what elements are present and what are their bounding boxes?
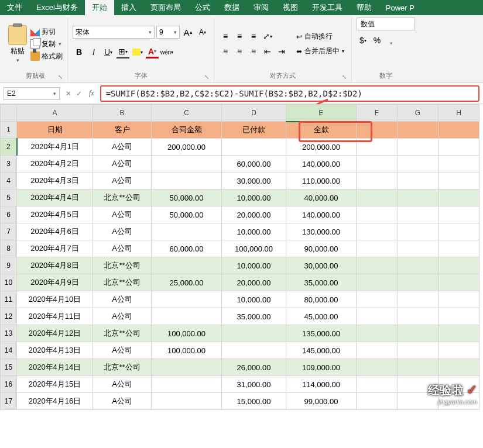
cell-F17[interactable] bbox=[357, 393, 398, 410]
cell-G8[interactable] bbox=[398, 240, 439, 257]
cell-C4[interactable] bbox=[152, 173, 222, 189]
cell-C11[interactable] bbox=[152, 291, 222, 308]
cell-A6[interactable]: 2020年4月5日 bbox=[17, 206, 93, 223]
cell-H10[interactable] bbox=[439, 274, 479, 291]
row-header-9[interactable]: 9 bbox=[1, 257, 17, 274]
cell-F14[interactable] bbox=[357, 342, 398, 359]
cell-D16[interactable]: 31,000.00 bbox=[222, 376, 286, 393]
align-bottom-button[interactable]: ≡ bbox=[247, 30, 260, 43]
cell-E14[interactable]: 145,000.00 bbox=[286, 342, 357, 359]
cell-G14[interactable] bbox=[398, 342, 439, 359]
cell-H1[interactable] bbox=[439, 122, 479, 139]
align-top-button[interactable]: ≡ bbox=[219, 30, 232, 43]
cell-G6[interactable] bbox=[398, 206, 439, 223]
cell-F3[interactable] bbox=[357, 156, 398, 173]
row-header-14[interactable]: 14 bbox=[1, 342, 17, 359]
cell-C15[interactable] bbox=[152, 359, 222, 376]
orientation-button[interactable]: ⤢▾ bbox=[261, 30, 274, 43]
cell-H2[interactable] bbox=[439, 139, 479, 156]
cell-D11[interactable]: 10,000.00 bbox=[222, 291, 286, 308]
row-header-8[interactable]: 8 bbox=[1, 240, 17, 257]
cell-B2[interactable]: A公司 bbox=[93, 139, 152, 156]
cell-C17[interactable] bbox=[152, 393, 222, 410]
cell-B15[interactable]: 北京**公司 bbox=[93, 359, 152, 376]
row-header-15[interactable]: 15 bbox=[1, 359, 17, 376]
ribbon-tab-帮助[interactable]: 帮助 bbox=[350, 0, 379, 15]
cell-D5[interactable]: 10,000.00 bbox=[222, 189, 286, 206]
expand-icon[interactable]: ⤡ bbox=[204, 74, 209, 80]
cut-button[interactable]: 剪切 bbox=[30, 27, 63, 37]
cell-E2[interactable]: 200,000.00 bbox=[286, 139, 357, 156]
cell-E1[interactable]: 全款 bbox=[286, 122, 357, 139]
column-header-C[interactable]: C bbox=[152, 105, 222, 122]
cell-A17[interactable]: 2020年4月16日 bbox=[17, 393, 93, 410]
row-header-3[interactable]: 3 bbox=[1, 156, 17, 173]
cell-G7[interactable] bbox=[398, 223, 439, 240]
cell-A11[interactable]: 2020年4月10日 bbox=[17, 291, 93, 308]
expand-icon[interactable]: ⤡ bbox=[58, 74, 63, 80]
ribbon-tab-开始[interactable]: 开始 bbox=[85, 0, 114, 15]
copy-button[interactable]: 复制▾ bbox=[30, 39, 63, 49]
align-middle-button[interactable]: ≡ bbox=[233, 30, 246, 43]
font-name-combo[interactable]: 宋体▾ bbox=[73, 26, 155, 39]
paste-button[interactable]: 粘贴 ▾ bbox=[8, 25, 27, 63]
cell-H12[interactable] bbox=[439, 308, 479, 325]
align-left-button[interactable]: ≡ bbox=[219, 45, 232, 58]
comma-button[interactable]: , bbox=[385, 34, 398, 47]
cell-A10[interactable]: 2020年4月9日 bbox=[17, 274, 93, 291]
row-header-6[interactable]: 6 bbox=[1, 206, 17, 223]
cell-E7[interactable]: 130,000.00 bbox=[286, 223, 357, 240]
cell-B1[interactable]: 客户 bbox=[93, 122, 152, 139]
ribbon-tab-数据[interactable]: 数据 bbox=[217, 0, 246, 15]
cell-A13[interactable]: 2020年4月12日 bbox=[17, 325, 93, 342]
cell-A15[interactable]: 2020年4月14日 bbox=[17, 359, 93, 376]
cell-B3[interactable]: A公司 bbox=[93, 156, 152, 173]
increase-indent-button[interactable]: ⇥ bbox=[275, 45, 288, 58]
cell-B8[interactable]: A公司 bbox=[93, 240, 152, 257]
column-header-A[interactable]: A bbox=[17, 105, 93, 122]
row-header-10[interactable]: 10 bbox=[1, 274, 17, 291]
row-header-2[interactable]: 2 bbox=[1, 139, 17, 156]
cell-F10[interactable] bbox=[357, 274, 398, 291]
row-header-13[interactable]: 13 bbox=[1, 325, 17, 342]
cell-E9[interactable]: 30,000.00 bbox=[286, 257, 357, 274]
row-header-12[interactable]: 12 bbox=[1, 308, 17, 325]
cell-F2[interactable] bbox=[357, 139, 398, 156]
cell-E15[interactable]: 109,000.00 bbox=[286, 359, 357, 376]
cell-H5[interactable] bbox=[439, 189, 479, 206]
ribbon-tab-页面布局[interactable]: 页面布局 bbox=[143, 0, 188, 15]
cell-B14[interactable]: A公司 bbox=[93, 342, 152, 359]
cell-C16[interactable] bbox=[152, 376, 222, 393]
cell-G10[interactable] bbox=[398, 274, 439, 291]
cell-B4[interactable]: A公司 bbox=[93, 173, 152, 189]
cell-A7[interactable]: 2020年4月6日 bbox=[17, 223, 93, 240]
cell-A4[interactable]: 2020年4月3日 bbox=[17, 173, 93, 189]
cell-D9[interactable]: 10,000.00 bbox=[222, 257, 286, 274]
cell-H7[interactable] bbox=[439, 223, 479, 240]
cell-B16[interactable]: A公司 bbox=[93, 376, 152, 393]
font-size-combo[interactable]: 9▾ bbox=[156, 26, 180, 39]
cell-C8[interactable]: 60,000.00 bbox=[152, 240, 222, 257]
ribbon-tab-Power P[interactable]: Power P bbox=[379, 0, 422, 15]
cell-F8[interactable] bbox=[357, 240, 398, 257]
cell-E11[interactable]: 80,000.00 bbox=[286, 291, 357, 308]
cell-G9[interactable] bbox=[398, 257, 439, 274]
cell-G4[interactable] bbox=[398, 173, 439, 189]
cell-C14[interactable]: 100,000.00 bbox=[152, 342, 222, 359]
cell-E13[interactable]: 135,000.00 bbox=[286, 325, 357, 342]
cell-B9[interactable]: 北京**公司 bbox=[93, 257, 152, 274]
cell-G15[interactable] bbox=[398, 359, 439, 376]
cell-H13[interactable] bbox=[439, 325, 479, 342]
ribbon-tab-公式[interactable]: 公式 bbox=[188, 0, 217, 15]
cell-F16[interactable] bbox=[357, 376, 398, 393]
cell-E5[interactable]: 40,000.00 bbox=[286, 189, 357, 206]
cell-H14[interactable] bbox=[439, 342, 479, 359]
ribbon-tab-审阅[interactable]: 审阅 bbox=[246, 0, 276, 15]
align-right-button[interactable]: ≡ bbox=[247, 45, 260, 58]
ribbon-tab-开发工具[interactable]: 开发工具 bbox=[305, 0, 350, 15]
cell-C13[interactable]: 100,000.00 bbox=[152, 325, 222, 342]
cell-C9[interactable] bbox=[152, 257, 222, 274]
cell-A16[interactable]: 2020年4月15日 bbox=[17, 376, 93, 393]
ribbon-tab-文件[interactable]: 文件 bbox=[0, 0, 29, 15]
cell-A9[interactable]: 2020年4月8日 bbox=[17, 257, 93, 274]
